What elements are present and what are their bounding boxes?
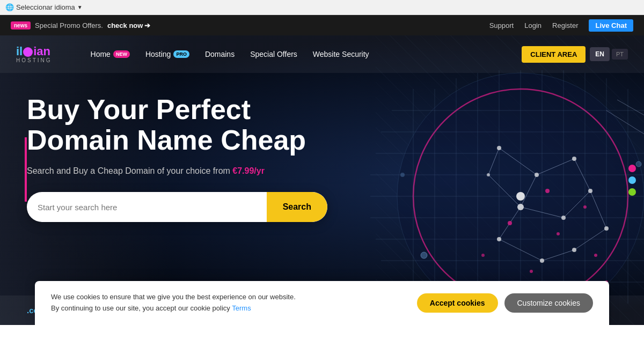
logo-hosting: HOSTING [16,57,52,63]
accept-cookies-button[interactable]: Accept cookies [417,293,498,313]
nav-domains[interactable]: Domains [199,47,241,62]
support-link[interactable]: Support [489,21,514,29]
svg-point-57 [421,252,427,258]
cookie-text: We use cookies to ensure that we give yo… [51,292,296,314]
terms-link[interactable]: Terms [232,304,251,312]
color-dots [628,165,636,196]
arrow-icon: ➔ [144,21,150,29]
search-input[interactable] [27,203,267,212]
svg-point-46 [572,157,576,161]
lang-pt-button[interactable]: PT [612,49,628,60]
new-badge: NEW [113,50,130,58]
nav-hosting[interactable]: Hosting PRO [139,47,196,62]
dot-blue[interactable] [628,176,636,184]
svg-point-41 [588,189,592,193]
notif-left: news Special Promo Offers. check now ➔ [11,21,150,29]
register-link[interactable]: Register [552,21,578,29]
hero-section: il ian HOSTING Home NEW Hosting PRO Doma… [0,35,644,325]
notif-right: Support Login Register Live Chat [489,19,633,32]
translate-label: Seleccionar idioma [16,3,75,11]
svg-point-59 [400,173,405,177]
live-chat-button[interactable]: Live Chat [589,19,633,32]
cookie-buttons: Accept cookies Customize cookies [417,293,593,313]
svg-point-44 [540,258,544,263]
news-badge: news [11,21,31,29]
navbar: il ian HOSTING Home NEW Hosting PRO Doma… [0,35,644,73]
svg-point-55 [481,254,485,257]
customize-cookies-button[interactable]: Customize cookies [504,293,594,313]
notif-text: Special Promo Offers. [35,21,103,29]
nav-special-offers[interactable]: Special Offers [244,47,304,62]
logo[interactable]: il ian HOSTING [16,46,52,63]
svg-point-48 [545,189,550,193]
nav-home[interactable]: Home NEW [84,47,136,62]
svg-point-45 [572,248,576,252]
nav-website-security[interactable]: Website Security [306,47,376,62]
svg-point-52 [594,254,597,257]
chevron-down-icon: ▼ [77,4,83,10]
search-button[interactable]: Search [267,192,327,222]
hero-title: Buy Your Perfect Domain Name Cheap [27,94,317,156]
globe-icon: 🌐 [5,3,14,11]
translate-bar: 🌐 Seleccionar idioma ▼ [0,0,644,15]
svg-point-47 [487,173,490,176]
svg-point-40 [561,216,566,220]
svg-point-39 [517,204,524,210]
check-now-link[interactable]: check now ➔ [107,21,150,29]
dot-green[interactable] [628,188,636,196]
logo-text-irian: ian [33,46,50,57]
client-area-button[interactable]: CLIENT AREA [522,46,586,63]
svg-point-51 [557,232,560,235]
nav-links: Home NEW Hosting PRO Domains Special Off… [84,47,517,62]
svg-point-37 [497,146,501,150]
hero-accent-line [25,137,27,202]
svg-point-38 [535,173,539,177]
svg-point-49 [508,221,512,225]
hero-subtitle: Search and Buy a Cheap Domain of your ch… [27,166,317,176]
pro-badge: PRO [173,50,189,58]
search-box: Search [27,192,327,222]
login-link[interactable]: Login [524,21,541,29]
svg-point-43 [497,237,501,241]
dot-pink[interactable] [628,165,636,172]
logo-text-il: il [16,46,23,57]
cookie-banner: We use cookies to ensure that we give yo… [35,281,609,325]
svg-point-58 [636,161,641,167]
lang-en-button[interactable]: EN [590,47,610,61]
svg-point-56 [516,192,525,201]
svg-point-50 [583,205,587,209]
hero-content: Buy Your Perfect Domain Name Cheap Searc… [0,73,343,243]
svg-point-42 [604,226,609,231]
svg-point-53 [530,270,533,273]
notification-bar: news Special Promo Offers. check now ➔ S… [0,15,644,35]
hero-price: €7.99/yr [232,166,265,175]
